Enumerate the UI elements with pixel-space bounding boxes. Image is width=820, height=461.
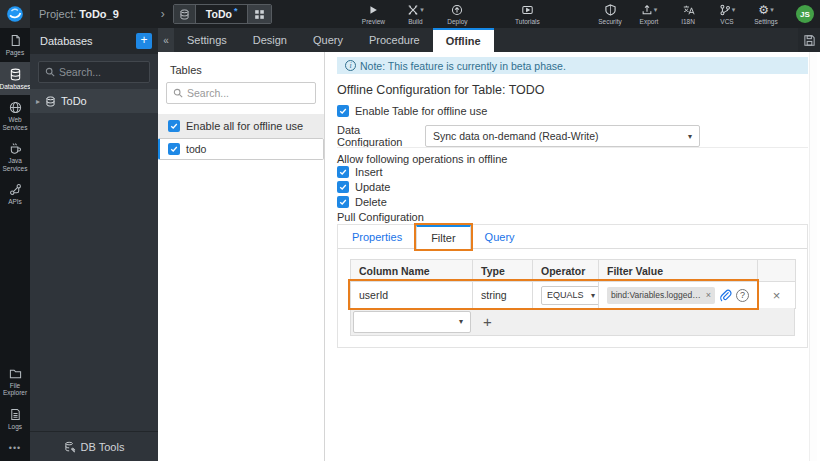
breadcrumb-chevron-icon: › xyxy=(161,7,165,21)
enable-all-label: Enable all for offline use xyxy=(186,120,303,132)
user-avatar[interactable]: JS xyxy=(796,5,814,23)
enable-all-checkbox[interactable] xyxy=(168,120,180,132)
todo-checkbox[interactable] xyxy=(168,143,180,155)
databases-search-box xyxy=(38,61,150,83)
tables-panel: Tables Enable all for offline use todo xyxy=(158,52,325,461)
beta-note-banner: i Note: This feature is currently in bet… xyxy=(337,57,808,74)
tab-properties[interactable]: Properties xyxy=(338,225,416,248)
add-filter-button[interactable]: + xyxy=(483,314,492,329)
tables-search-box xyxy=(166,82,316,104)
branch-icon xyxy=(719,4,731,16)
artifact-tab-todo[interactable]: ToDo * xyxy=(173,4,273,24)
grid-view-icon[interactable] xyxy=(247,5,271,23)
bind-link-icon[interactable] xyxy=(719,289,732,302)
project-prefix: Project: xyxy=(39,8,76,20)
update-label: Update xyxy=(355,181,390,193)
sidebar-item-web-services[interactable]: Web Services xyxy=(0,95,30,136)
collapse-panel-button[interactable]: « xyxy=(158,28,174,52)
col-header-filter-value: Filter Value xyxy=(599,260,758,282)
sidebar-item-databases[interactable]: Databases xyxy=(0,62,30,96)
new-column-select[interactable]: ▾ xyxy=(353,311,471,333)
sidebar-item-logs[interactable]: Logs xyxy=(0,402,30,436)
pull-configuration-heading: Pull Configuration xyxy=(337,211,424,223)
security-button[interactable]: Security xyxy=(597,3,623,25)
table-row-todo[interactable]: todo xyxy=(158,138,324,160)
database-icon xyxy=(9,68,22,81)
page-title: Offline Configuration for Table: TODO xyxy=(337,83,545,97)
tab-settings[interactable]: Settings xyxy=(174,28,240,52)
left-sidebar: Pages Databases Web Services Java S xyxy=(0,28,30,461)
tab-design[interactable]: Design xyxy=(240,28,300,52)
type-input[interactable] xyxy=(481,289,524,301)
delete-checkbox[interactable] xyxy=(337,196,349,208)
filter-row-userid: EQUALS ▾ bind:Variables.loggedInUser.dat… xyxy=(351,282,796,309)
tables-search-input[interactable] xyxy=(187,87,309,99)
operator-select[interactable]: EQUALS ▾ xyxy=(541,286,601,305)
databases-panel-title: Databases xyxy=(40,35,136,47)
settings-button[interactable]: ⚙ ▾ Settings xyxy=(753,3,779,25)
filter-table-wrap: Column Name Type Operator Filter Value xyxy=(350,259,795,309)
filter-table-header-row: Column Name Type Operator Filter Value xyxy=(351,260,796,282)
shield-icon xyxy=(605,3,616,16)
save-button[interactable] xyxy=(798,28,820,52)
sidebar-item-apis[interactable]: APIs xyxy=(0,177,30,211)
operation-insert-row: Insert xyxy=(337,166,383,178)
search-icon xyxy=(45,67,55,77)
caret-down-icon: ▾ xyxy=(459,317,463,326)
operations-heading: Allow following operations in offline xyxy=(337,153,507,165)
tab-procedure[interactable]: Procedure xyxy=(356,28,433,52)
app-logo[interactable] xyxy=(0,0,30,28)
tutorials-button[interactable]: Tutorials xyxy=(514,3,540,25)
info-icon: i xyxy=(345,60,356,71)
update-checkbox[interactable] xyxy=(337,181,349,193)
wavemaker-logo-icon xyxy=(5,4,25,24)
insert-checkbox[interactable] xyxy=(337,166,349,178)
section-divider xyxy=(337,147,808,148)
help-icon[interactable]: ? xyxy=(736,289,749,302)
i18n-button[interactable]: I18N xyxy=(675,3,701,25)
vcs-button[interactable]: ▾ VCS xyxy=(714,3,740,25)
filter-value-cell: bind:Variables.loggedInUser.data × ? xyxy=(607,287,749,304)
tab-offline[interactable]: Offline xyxy=(433,28,494,52)
beta-note-text: Note: This feature is currently in beta … xyxy=(360,60,566,72)
enable-all-row[interactable]: Enable all for offline use xyxy=(158,114,324,138)
tab-filter[interactable]: Filter xyxy=(416,225,470,249)
video-icon xyxy=(521,3,534,16)
deploy-button[interactable]: Deploy xyxy=(444,3,470,25)
tab-filter-query[interactable]: Query xyxy=(471,225,529,248)
cloud-upload-icon xyxy=(451,3,463,16)
add-database-button[interactable]: + xyxy=(136,33,152,49)
artifact-tab-label: ToDo * xyxy=(196,8,248,20)
chip-remove-icon[interactable]: × xyxy=(706,290,711,300)
data-configuration-label: Data Configuration xyxy=(337,124,425,148)
databases-search-input[interactable] xyxy=(59,66,143,78)
db-tools-label: DB Tools xyxy=(81,441,125,453)
page-icon xyxy=(9,34,22,47)
col-header-column-name: Column Name xyxy=(351,260,473,282)
connector-icon xyxy=(9,183,22,196)
column-name-input[interactable] xyxy=(359,289,464,301)
sidebar-item-pages[interactable]: Pages xyxy=(0,28,30,62)
preview-button[interactable]: Preview xyxy=(360,3,386,25)
database-tree-item-todo[interactable]: ▸ ToDo xyxy=(30,89,158,113)
expand-caret-icon[interactable]: ▸ xyxy=(36,97,40,106)
project-name: ToDo_9 xyxy=(79,8,119,20)
tables-panel-title: Tables xyxy=(158,52,324,82)
workspace-tab-bar: « Settings Design Query Procedure Offlin… xyxy=(158,28,820,52)
delete-row-button[interactable]: × xyxy=(766,288,787,303)
export-button[interactable]: ▾ Export xyxy=(636,3,662,25)
sidebar-item-file-explorer[interactable]: File Explorer xyxy=(0,361,30,402)
caret-down-icon: ▾ xyxy=(591,291,595,300)
db-tools-button[interactable]: DB Tools xyxy=(30,431,158,461)
tab-query[interactable]: Query xyxy=(300,28,356,52)
sidebar-item-java-services[interactable]: Java Services xyxy=(0,136,30,177)
build-button[interactable]: ▾ Build xyxy=(402,3,428,25)
sidebar-more-button[interactable]: ••• xyxy=(0,435,30,461)
enable-table-checkbox[interactable] xyxy=(337,105,349,117)
bind-expression-chip[interactable]: bind:Variables.loggedInUser.data × xyxy=(607,287,715,304)
data-configuration-select[interactable]: Sync data on-demand (Read-Write) ▾ xyxy=(425,125,700,147)
project-label: Project:ToDo_9 xyxy=(39,8,119,20)
bind-expression-text: bind:Variables.loggedInUser.data xyxy=(611,290,703,300)
scrollbar-track[interactable] xyxy=(809,52,817,461)
play-icon xyxy=(367,3,379,16)
